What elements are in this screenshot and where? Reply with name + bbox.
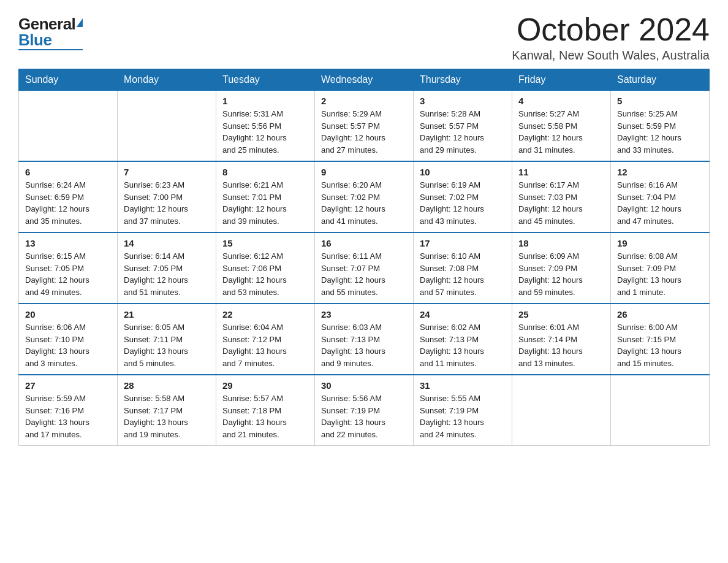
day-info: Sunrise: 5:31 AMSunset: 5:56 PMDaylight:… bbox=[222, 108, 308, 156]
day-number: 11 bbox=[518, 167, 604, 177]
calendar-header-wednesday: Wednesday bbox=[315, 69, 414, 91]
day-number: 13 bbox=[25, 238, 111, 248]
day-number: 12 bbox=[617, 167, 703, 177]
page-header: General Blue October 2024 Kanwal, New So… bbox=[18, 12, 710, 63]
day-number: 26 bbox=[617, 309, 703, 320]
day-number: 19 bbox=[617, 238, 703, 248]
calendar-cell: 22Sunrise: 6:04 AMSunset: 7:12 PMDayligh… bbox=[216, 304, 315, 375]
day-number: 9 bbox=[321, 167, 407, 177]
calendar-cell bbox=[512, 375, 611, 446]
day-info: Sunrise: 6:06 AMSunset: 7:10 PMDaylight:… bbox=[25, 321, 111, 369]
calendar-cell: 10Sunrise: 6:19 AMSunset: 7:02 PMDayligh… bbox=[414, 161, 512, 232]
day-number: 21 bbox=[124, 309, 210, 320]
calendar-cell: 31Sunrise: 5:55 AMSunset: 7:19 PMDayligh… bbox=[414, 375, 512, 446]
day-info: Sunrise: 6:21 AMSunset: 7:01 PMDaylight:… bbox=[222, 179, 308, 227]
logo-underline bbox=[18, 49, 83, 50]
calendar-cell: 12Sunrise: 6:16 AMSunset: 7:04 PMDayligh… bbox=[611, 161, 710, 232]
day-number: 1 bbox=[222, 96, 308, 106]
calendar-header-saturday: Saturday bbox=[611, 69, 710, 91]
calendar-week-2: 6Sunrise: 6:24 AMSunset: 6:59 PMDaylight… bbox=[19, 161, 710, 232]
day-info: Sunrise: 5:56 AMSunset: 7:19 PMDaylight:… bbox=[321, 393, 407, 440]
calendar-cell bbox=[611, 375, 710, 446]
day-number: 30 bbox=[321, 380, 407, 391]
page-subtitle: Kanwal, New South Wales, Australia bbox=[512, 48, 710, 63]
day-info: Sunrise: 6:14 AMSunset: 7:05 PMDaylight:… bbox=[124, 250, 210, 298]
calendar-header-thursday: Thursday bbox=[414, 69, 512, 91]
calendar-cell: 2Sunrise: 5:29 AMSunset: 5:57 PMDaylight… bbox=[315, 91, 414, 162]
calendar-cell: 14Sunrise: 6:14 AMSunset: 7:05 PMDayligh… bbox=[118, 232, 216, 304]
day-info: Sunrise: 5:29 AMSunset: 5:57 PMDaylight:… bbox=[321, 108, 407, 156]
day-number: 27 bbox=[25, 380, 111, 391]
calendar-cell: 19Sunrise: 6:08 AMSunset: 7:09 PMDayligh… bbox=[611, 232, 710, 304]
day-number: 6 bbox=[25, 167, 111, 177]
calendar-cell: 23Sunrise: 6:03 AMSunset: 7:13 PMDayligh… bbox=[315, 304, 414, 375]
calendar-cell bbox=[118, 91, 216, 162]
logo-blue: Blue bbox=[18, 32, 51, 48]
day-number: 7 bbox=[124, 167, 210, 177]
calendar-cell: 27Sunrise: 5:59 AMSunset: 7:16 PMDayligh… bbox=[19, 375, 118, 446]
day-info: Sunrise: 6:04 AMSunset: 7:12 PMDaylight:… bbox=[222, 321, 308, 369]
day-info: Sunrise: 6:15 AMSunset: 7:05 PMDaylight:… bbox=[25, 250, 111, 298]
day-info: Sunrise: 5:55 AMSunset: 7:19 PMDaylight:… bbox=[420, 393, 506, 440]
day-info: Sunrise: 5:58 AMSunset: 7:17 PMDaylight:… bbox=[124, 393, 210, 440]
day-info: Sunrise: 6:11 AMSunset: 7:07 PMDaylight:… bbox=[321, 250, 407, 298]
calendar-week-1: 1Sunrise: 5:31 AMSunset: 5:56 PMDaylight… bbox=[19, 91, 710, 162]
day-number: 17 bbox=[420, 238, 506, 248]
calendar-header-monday: Monday bbox=[118, 69, 216, 91]
day-number: 15 bbox=[222, 238, 308, 248]
day-number: 29 bbox=[222, 380, 308, 391]
day-number: 23 bbox=[321, 309, 407, 320]
day-info: Sunrise: 6:03 AMSunset: 7:13 PMDaylight:… bbox=[321, 321, 407, 369]
day-number: 22 bbox=[222, 309, 308, 320]
day-number: 31 bbox=[420, 380, 506, 391]
day-number: 8 bbox=[222, 167, 308, 177]
calendar-cell: 8Sunrise: 6:21 AMSunset: 7:01 PMDaylight… bbox=[216, 161, 315, 232]
day-number: 20 bbox=[25, 309, 111, 320]
day-info: Sunrise: 6:24 AMSunset: 6:59 PMDaylight:… bbox=[25, 179, 111, 227]
day-info: Sunrise: 6:09 AMSunset: 7:09 PMDaylight:… bbox=[518, 250, 604, 298]
calendar-header-row: SundayMondayTuesdayWednesdayThursdayFrid… bbox=[19, 69, 710, 91]
day-info: Sunrise: 5:57 AMSunset: 7:18 PMDaylight:… bbox=[222, 393, 308, 440]
day-info: Sunrise: 5:27 AMSunset: 5:58 PMDaylight:… bbox=[518, 108, 604, 156]
day-info: Sunrise: 5:25 AMSunset: 5:59 PMDaylight:… bbox=[617, 108, 703, 156]
calendar-cell: 15Sunrise: 6:12 AMSunset: 7:06 PMDayligh… bbox=[216, 232, 315, 304]
day-number: 16 bbox=[321, 238, 407, 248]
calendar-cell: 3Sunrise: 5:28 AMSunset: 5:57 PMDaylight… bbox=[414, 91, 512, 162]
day-number: 18 bbox=[518, 238, 604, 248]
title-block: October 2024 Kanwal, New South Wales, Au… bbox=[512, 12, 710, 63]
day-number: 10 bbox=[420, 167, 506, 177]
page-title: October 2024 bbox=[512, 12, 710, 47]
calendar-cell: 13Sunrise: 6:15 AMSunset: 7:05 PMDayligh… bbox=[19, 232, 118, 304]
calendar-week-4: 20Sunrise: 6:06 AMSunset: 7:10 PMDayligh… bbox=[19, 304, 710, 375]
day-number: 25 bbox=[518, 309, 604, 320]
calendar-cell: 26Sunrise: 6:00 AMSunset: 7:15 PMDayligh… bbox=[611, 304, 710, 375]
day-info: Sunrise: 5:59 AMSunset: 7:16 PMDaylight:… bbox=[25, 393, 111, 440]
calendar-cell: 16Sunrise: 6:11 AMSunset: 7:07 PMDayligh… bbox=[315, 232, 414, 304]
day-number: 4 bbox=[518, 96, 604, 106]
calendar-cell: 20Sunrise: 6:06 AMSunset: 7:10 PMDayligh… bbox=[19, 304, 118, 375]
day-info: Sunrise: 6:23 AMSunset: 7:00 PMDaylight:… bbox=[124, 179, 210, 227]
calendar-cell: 29Sunrise: 5:57 AMSunset: 7:18 PMDayligh… bbox=[216, 375, 315, 446]
calendar-cell: 11Sunrise: 6:17 AMSunset: 7:03 PMDayligh… bbox=[512, 161, 611, 232]
day-number: 2 bbox=[321, 96, 407, 106]
calendar-header-tuesday: Tuesday bbox=[216, 69, 315, 91]
calendar-cell: 5Sunrise: 5:25 AMSunset: 5:59 PMDaylight… bbox=[611, 91, 710, 162]
day-number: 28 bbox=[124, 380, 210, 391]
calendar-cell: 18Sunrise: 6:09 AMSunset: 7:09 PMDayligh… bbox=[512, 232, 611, 304]
calendar-cell bbox=[19, 91, 118, 162]
day-info: Sunrise: 6:19 AMSunset: 7:02 PMDaylight:… bbox=[420, 179, 506, 227]
day-info: Sunrise: 6:16 AMSunset: 7:04 PMDaylight:… bbox=[617, 179, 703, 227]
calendar-header-friday: Friday bbox=[512, 69, 611, 91]
day-info: Sunrise: 6:12 AMSunset: 7:06 PMDaylight:… bbox=[222, 250, 308, 298]
logo: General Blue bbox=[18, 16, 83, 50]
logo-triangle-icon bbox=[77, 18, 83, 27]
calendar-cell: 7Sunrise: 6:23 AMSunset: 7:00 PMDaylight… bbox=[118, 161, 216, 232]
calendar-cell: 21Sunrise: 6:05 AMSunset: 7:11 PMDayligh… bbox=[118, 304, 216, 375]
day-info: Sunrise: 5:28 AMSunset: 5:57 PMDaylight:… bbox=[420, 108, 506, 156]
calendar-cell: 28Sunrise: 5:58 AMSunset: 7:17 PMDayligh… bbox=[118, 375, 216, 446]
day-info: Sunrise: 6:17 AMSunset: 7:03 PMDaylight:… bbox=[518, 179, 604, 227]
calendar-cell: 9Sunrise: 6:20 AMSunset: 7:02 PMDaylight… bbox=[315, 161, 414, 232]
day-info: Sunrise: 6:20 AMSunset: 7:02 PMDaylight:… bbox=[321, 179, 407, 227]
calendar-header-sunday: Sunday bbox=[19, 69, 118, 91]
day-number: 5 bbox=[617, 96, 703, 106]
